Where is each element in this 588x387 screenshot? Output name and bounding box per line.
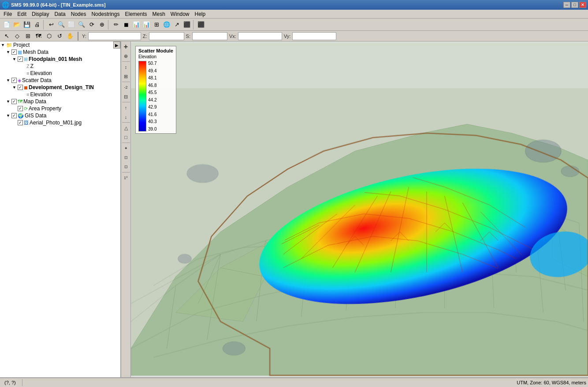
collapse-floodplain[interactable]: ▼ <box>12 57 17 61</box>
side-star[interactable]: ✦ <box>122 144 130 153</box>
tree-project[interactable]: ▼ 📁 Project <box>0 41 120 49</box>
gis-data-checkbox[interactable] <box>11 113 17 118</box>
print-button[interactable]: 🖨 <box>32 20 42 30</box>
elevation-mesh-label: Elevation <box>30 70 52 76</box>
map-data-label: Map Data <box>23 98 46 105</box>
pan-tool[interactable]: ✋ <box>65 31 75 41</box>
floodplain-icon: ⊞ <box>24 56 28 62</box>
tin-checkbox[interactable] <box>18 85 23 90</box>
tree-elevation-scatter[interactable]: ▶ ≡ Elevation <box>0 91 120 98</box>
mesh-data-checkbox[interactable] <box>11 49 17 55</box>
side-sep5 <box>122 143 130 143</box>
tool13[interactable]: ↗ <box>172 20 182 30</box>
maximize-button[interactable]: □ <box>571 2 578 8</box>
side-box1[interactable]: ⊡ <box>122 153 130 162</box>
3d-viewport[interactable]: Scatter Module Elevation 50.7 49.4 48.1 … <box>131 41 588 377</box>
close-button[interactable]: ✕ <box>579 2 586 8</box>
side-triangle[interactable]: △ <box>122 124 130 132</box>
tree-mesh-data[interactable]: ▼ ▦ Mesh Data <box>0 49 120 56</box>
tree-elevation-mesh[interactable]: ▶ ≡ Elevation <box>0 70 120 77</box>
side-select[interactable]: ⊕ <box>122 52 130 60</box>
undo-button[interactable]: ↩ <box>46 20 56 30</box>
side-down[interactable]: ↓ <box>122 113 130 121</box>
tree-development-tin[interactable]: ▼ ◼ Development_Design_TIN <box>0 84 120 91</box>
menu-file[interactable]: File <box>1 10 15 18</box>
collapse-tin[interactable]: ▼ <box>12 85 17 90</box>
side-minus[interactable]: ⊟ <box>122 92 130 101</box>
collapse-gis[interactable]: ▼ <box>6 113 11 118</box>
legend-subtitle: Elevation <box>138 54 173 59</box>
vx-input[interactable] <box>238 32 282 40</box>
tool15[interactable]: ⬛ <box>196 20 206 30</box>
tree-map-data[interactable]: ▼ 🗺 Map Data <box>0 98 120 105</box>
separator1 <box>43 20 45 30</box>
menu-elements[interactable]: Elements <box>122 10 149 18</box>
legend-labels: 50.7 49.4 48.1 46.8 45.5 44.2 42.9 41.6 … <box>146 61 156 132</box>
menu-edit[interactable]: Edit <box>15 10 29 18</box>
tool6[interactable]: ⊕ <box>97 20 107 30</box>
select-tool[interactable]: ◇ <box>12 31 22 41</box>
tree-floodplain-mesh[interactable]: ▼ ⊞ Floodplain_001 Mesh <box>0 56 120 63</box>
save-button[interactable]: 💾 <box>22 20 32 30</box>
collapse-scatter[interactable]: ▼ <box>6 78 11 83</box>
aerial-photo-checkbox[interactable] <box>18 120 23 125</box>
collapse-mesh[interactable]: ▼ <box>6 50 11 54</box>
side-zoom-in[interactable]: + <box>122 42 130 51</box>
tool10[interactable]: 📊 <box>141 20 151 30</box>
3d-tool[interactable]: ⬡ <box>44 31 54 41</box>
z-input[interactable] <box>149 32 184 40</box>
menu-display[interactable]: Display <box>29 10 52 18</box>
map-data-checkbox[interactable] <box>11 99 17 104</box>
side-rotate[interactable]: ↕ <box>122 63 130 71</box>
tool14[interactable]: ⬛ <box>182 20 192 30</box>
menu-data[interactable]: Data <box>52 10 68 18</box>
panel-collapse-button[interactable]: ▶ <box>113 41 120 49</box>
title-bar-controls[interactable]: ─ □ ✕ <box>563 2 586 8</box>
side-up[interactable]: ↑ <box>122 103 130 112</box>
project-label: Project <box>13 42 30 48</box>
cursor-tool[interactable]: ↖ <box>2 31 11 41</box>
legend-value-8: 40.3 <box>148 119 156 124</box>
menu-nodestrings[interactable]: Nodestrings <box>89 10 122 18</box>
tool11[interactable]: ⊞ <box>152 20 161 30</box>
tree-z[interactable]: ▶ Z Z <box>0 63 120 70</box>
menu-mesh[interactable]: Mesh <box>150 10 168 18</box>
zoom-out-button[interactable]: 🔍 <box>77 20 86 30</box>
collapse-map[interactable]: ▼ <box>6 99 11 104</box>
menu-nodes[interactable]: Nodes <box>68 10 89 18</box>
tool8[interactable]: ◼ <box>121 20 131 30</box>
zoom-window-button[interactable]: ⬜ <box>67 20 76 30</box>
side-grid[interactable]: ⊞ <box>122 72 130 81</box>
new-button[interactable]: 📄 <box>2 20 11 30</box>
zoom-in-button[interactable]: 🔍 <box>56 20 66 30</box>
map-tool[interactable]: 🗺 <box>33 31 43 41</box>
zoom-fit[interactable]: ⊞ <box>23 31 33 41</box>
tree-area-property[interactable]: ▶ ⟳ Area Property <box>0 105 120 112</box>
open-button[interactable]: 📂 <box>12 20 22 30</box>
menu-window[interactable]: Window <box>168 10 192 18</box>
scene-area[interactable]: Scatter Module Elevation 50.7 49.4 48.1 … <box>131 41 588 377</box>
area-property-checkbox[interactable] <box>18 106 23 111</box>
tool5[interactable]: ⟳ <box>87 20 97 30</box>
spin-tool[interactable]: ↺ <box>55 31 64 41</box>
title-bar-title: 🌐 SMS 99.99.0 (64-bit) - [TIN_Example.sm… <box>2 1 106 8</box>
tree-aerial-photo[interactable]: ▶ 🖼 Aerial_Photo_M01.jpg <box>0 119 120 126</box>
collapse-project[interactable]: ▼ <box>1 43 5 47</box>
minimize-button[interactable]: ─ <box>563 2 570 8</box>
floodplain-checkbox[interactable] <box>18 56 23 62</box>
tool7[interactable]: ✏ <box>111 20 121 30</box>
vy-input[interactable] <box>292 32 336 40</box>
tree-gis-data[interactable]: ▼ 🌍 GIS Data <box>0 112 120 119</box>
side-minus2[interactable]: -2 <box>122 83 130 92</box>
side-box2[interactable]: ⊡ <box>122 162 130 171</box>
tool12[interactable]: 🌐 <box>162 20 171 30</box>
tree-scatter-data[interactable]: ▼ ◈ Scatter Data <box>0 77 120 84</box>
scatter-data-checkbox[interactable] <box>11 78 17 83</box>
s-input[interactable] <box>192 32 227 40</box>
tool9[interactable]: 📊 <box>131 20 141 30</box>
side-10[interactable]: 1⁰ <box>122 173 130 182</box>
y-input[interactable] <box>88 32 141 40</box>
terrain-visualization <box>131 41 588 377</box>
menu-help[interactable]: Help <box>192 10 208 18</box>
side-rect[interactable]: □ <box>122 133 130 142</box>
